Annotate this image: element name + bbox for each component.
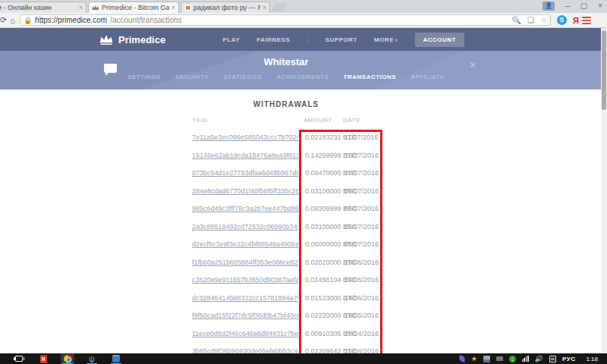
nav-item-support[interactable]: SUPPORT xyxy=(326,36,357,43)
date-cell: 24/06/2016 xyxy=(344,276,379,284)
close-panel-icon[interactable]: ✕ xyxy=(469,60,476,71)
date-cell: 10/07/2016 xyxy=(344,169,379,177)
page-scrollbar[interactable] xyxy=(601,28,607,353)
column-header-amount: AMOUNT xyxy=(304,117,332,124)
account-tab-transactions[interactable]: TRANSACTIONS xyxy=(344,74,397,80)
close-button[interactable]: × xyxy=(598,2,602,10)
tab-title: радикал фото ру — Янд xyxy=(193,4,260,11)
nav-item-more[interactable]: MORE▾ xyxy=(374,36,398,43)
screen: и - Онлайн казин × Primedice - Bitcoin G… xyxy=(0,0,607,364)
txid-link[interactable]: 985c6d49c3fff78c3a2b7ee447bd86f57e1559db… xyxy=(192,205,298,212)
url-path: /account/transactions xyxy=(110,16,182,24)
feather-tray-icon[interactable] xyxy=(458,355,465,362)
column-header-date: DATE xyxy=(343,117,360,124)
txid-link[interactable]: f1fb60a251b685864ff353e066ce829ea32ef1ce… xyxy=(192,259,298,266)
account-tab-achievements[interactable]: ACHIEVEMENTS xyxy=(276,74,329,80)
tab-close-icon[interactable]: × xyxy=(263,4,266,11)
chrome-menu-icon[interactable] xyxy=(582,17,591,24)
txid-link[interactable]: 15146e62ab19cda19476a8ea3f813b2cd4974639… xyxy=(192,152,298,159)
language-indicator[interactable]: РУС xyxy=(562,356,575,362)
minimize-button[interactable]: – xyxy=(565,2,570,10)
tab-close-icon[interactable]: × xyxy=(171,4,175,11)
table-row: 15146e62ab19cda19476a8ea3f813b2cd4974639… xyxy=(192,148,389,166)
search-icon[interactable]: 🔍 xyxy=(511,16,521,24)
txid-link[interactable]: 11ece0d8d2f46c646a6d84831c7be2b9288f9ce2… xyxy=(192,330,298,337)
taskbar-app-red[interactable]: Я xyxy=(36,353,50,364)
username: Whitestar xyxy=(0,56,572,67)
taskbar-app-psi[interactable]: ψ xyxy=(85,353,99,364)
taskbar-clock[interactable]: 1:18 xyxy=(586,356,598,362)
chrome-icon xyxy=(64,355,72,363)
account-tab-security[interactable]: SECURITY xyxy=(175,74,209,80)
url-domain: https://primedice.com xyxy=(35,16,107,24)
volume-icon[interactable]: 🔊 xyxy=(535,355,543,362)
site-nav-menu: PLAY FAIRNESS | SUPPORT MORE▾ ACCOUNT xyxy=(223,28,464,51)
date-cell: 05/07/2016 xyxy=(344,240,379,248)
date-cell: 10/07/2016 xyxy=(344,152,379,159)
network-icon[interactable] xyxy=(522,356,529,362)
date-cell: 11/07/2016 xyxy=(344,133,378,141)
table-row: 284e8cdad6770d1f40f56f5ff335c2621bed6f21… xyxy=(192,184,389,202)
url-bar[interactable]: 🔒 https://primedice.com /account/transac… xyxy=(20,14,551,26)
tab-close-icon[interactable]: × xyxy=(79,4,83,11)
nav-item-fairness[interactable]: FAIRNESS xyxy=(256,36,290,43)
taskbar-app-blue[interactable] xyxy=(109,353,123,364)
account-tab-statistics[interactable]: STATISTICS xyxy=(224,74,262,80)
refresh-icon[interactable]: ⟳ xyxy=(0,15,7,25)
yandex-favicon: Я xyxy=(184,5,191,11)
crown-icon xyxy=(99,35,114,45)
txid-link[interactable]: 2a3c88519492cd72532c06990b343529c7bd7d1d… xyxy=(192,223,298,231)
pages-icon[interactable]: ❏ xyxy=(527,16,534,24)
bookmark-star-icon[interactable]: ☆ xyxy=(540,16,547,24)
psi-icon: ψ xyxy=(89,355,95,363)
tab-title: Primedice - Bitcoin Gamb xyxy=(102,4,169,11)
date-cell: 05/07/2016 xyxy=(344,223,379,231)
windows-taskbar: Я ψ ★ ↓ 🔊 РУС 1:18 xyxy=(0,353,607,364)
txid-link[interactable]: 7e11a5e3ec099e585043ccc7b702c0e9f461ff02… xyxy=(192,133,298,141)
new-tab-button[interactable] xyxy=(271,3,287,11)
skype-extension-icon[interactable]: S xyxy=(557,15,567,25)
yandex-extension-icon[interactable]: Я xyxy=(573,16,579,25)
taskbar-apps: Я ψ xyxy=(12,353,123,364)
update-tray-icon[interactable]: ↓ xyxy=(509,356,516,362)
browser-profile-icon[interactable]: 👤 xyxy=(543,2,555,11)
scrollbar-thumb[interactable] xyxy=(602,30,606,110)
table-row: 2a3c88519492cd72532c06990b343529c7bd7d1d… xyxy=(192,219,389,237)
txid-link[interactable]: 284e8cdad6770d1f40f56f5ff335c2621bed6f21… xyxy=(192,187,298,195)
tab-title: и - Онлайн казин xyxy=(0,4,77,11)
https-lock-icon[interactable]: 🔒 xyxy=(24,17,32,24)
table-header: TXID AMOUNT DATE xyxy=(192,117,382,124)
table-row: d2ecf5c3e9f3e22c4bf88546a490ba616bb4189a… xyxy=(192,237,389,255)
txid-link[interactable]: 073bc54d1e27793dfaa6d49b967d92cf96fac3f5… xyxy=(192,169,298,177)
txid-link[interactable]: dc32846414b88322cc15781884a7f084d82e4007… xyxy=(192,294,298,302)
task-view-button[interactable] xyxy=(12,353,26,364)
square-tray-icon[interactable] xyxy=(483,356,490,362)
table-row: 11ece0d8d2f46c646a6d84831c7be2b9288f9ce2… xyxy=(192,326,389,344)
nav-divider: | xyxy=(307,36,309,43)
browser-tab-2-active[interactable]: Primedice - Bitcoin Gamb × xyxy=(88,2,179,13)
brand-name: Primedice xyxy=(118,34,165,46)
camera-tray-icon[interactable] xyxy=(496,356,503,361)
system-tray: ★ ↓ 🔊 РУС 1:18 xyxy=(459,353,601,364)
browser-tab-1[interactable]: и - Онлайн казин × xyxy=(0,2,86,13)
txid-link[interactable]: d2ecf5c3e9f3e22c4bf88546a490ba616bb4189a… xyxy=(192,240,298,248)
browser-tabstrip: и - Онлайн казин × Primedice - Bitcoin G… xyxy=(0,0,607,13)
txid-link[interactable]: f9f50cad15f22f7dc5f06d0b47bf40c865e161fe… xyxy=(192,312,298,319)
primedice-logo[interactable]: Primedice xyxy=(99,28,165,51)
account-header: Whitestar SETTINGSSECURITYSTATISTICSACHI… xyxy=(0,51,601,89)
table-row: c3520e9e911657b3650d90367aafacc17f6ecdf8… xyxy=(192,272,389,290)
browser-tab-3[interactable]: Я радикал фото ру — Янд × xyxy=(181,2,270,13)
txid-link[interactable]: c3520e9e911657b3650d90367aafacc17f6ecdf8… xyxy=(192,276,298,284)
star-tray-icon[interactable]: ★ xyxy=(471,353,477,364)
account-tab-affiliate[interactable]: AFFILIATE xyxy=(410,74,445,80)
nav-item-play[interactable]: PLAY xyxy=(223,36,241,43)
maximize-button[interactable]: ▢ xyxy=(580,2,587,10)
home-icon[interactable]: ⌂ xyxy=(10,16,15,25)
date-cell: 29/06/2016 xyxy=(344,259,379,266)
action-center-icon[interactable] xyxy=(549,356,556,362)
nav-item-account[interactable]: ACCOUNT xyxy=(415,33,465,47)
table-row: 073bc54d1e27793dfaa6d49b967d92cf96fac3f5… xyxy=(192,165,389,184)
account-tab-settings[interactable]: SETTINGS xyxy=(127,74,161,80)
table-row: f1fb60a251b685864ff353e066ce829ea32ef1ce… xyxy=(192,255,389,273)
taskbar-app-chrome[interactable] xyxy=(61,353,74,364)
